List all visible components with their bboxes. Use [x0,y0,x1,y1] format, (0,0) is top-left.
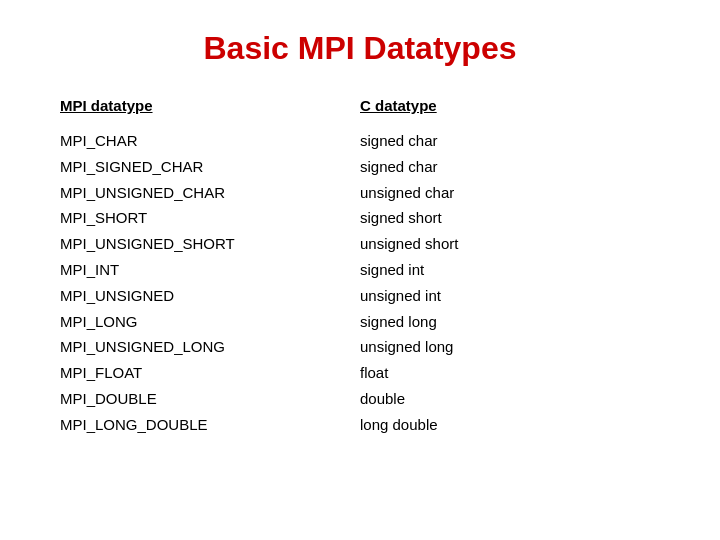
list-item: signed char [360,154,660,180]
list-item: MPI_UNSIGNED_CHAR [60,180,360,206]
list-item: MPI_INT [60,257,360,283]
list-item: long double [360,412,660,438]
page: Basic MPI Datatypes MPI datatype MPI_CHA… [0,0,720,540]
list-item: unsigned short [360,231,660,257]
list-item: MPI_SIGNED_CHAR [60,154,360,180]
list-item: signed char [360,128,660,154]
list-item: signed long [360,309,660,335]
list-item: signed short [360,205,660,231]
mpi-column: MPI datatype MPI_CHARMPI_SIGNED_CHARMPI_… [60,97,360,438]
list-item: float [360,360,660,386]
list-item: unsigned char [360,180,660,206]
list-item: MPI_UNSIGNED_LONG [60,334,360,360]
list-item: unsigned long [360,334,660,360]
c-column-header: C datatype [360,97,660,114]
mpi-items: MPI_CHARMPI_SIGNED_CHARMPI_UNSIGNED_CHAR… [60,128,360,438]
list-item: MPI_DOUBLE [60,386,360,412]
page-title: Basic MPI Datatypes [60,30,660,67]
datatype-table: MPI datatype MPI_CHARMPI_SIGNED_CHARMPI_… [60,97,660,438]
mpi-column-header: MPI datatype [60,97,360,114]
list-item: signed int [360,257,660,283]
list-item: MPI_UNSIGNED [60,283,360,309]
list-item: MPI_LONG_DOUBLE [60,412,360,438]
c-column: C datatype signed charsigned charunsigne… [360,97,660,438]
list-item: MPI_FLOAT [60,360,360,386]
list-item: MPI_LONG [60,309,360,335]
list-item: unsigned int [360,283,660,309]
list-item: MPI_UNSIGNED_SHORT [60,231,360,257]
list-item: MPI_CHAR [60,128,360,154]
list-item: double [360,386,660,412]
c-items: signed charsigned charunsigned charsigne… [360,128,660,438]
list-item: MPI_SHORT [60,205,360,231]
